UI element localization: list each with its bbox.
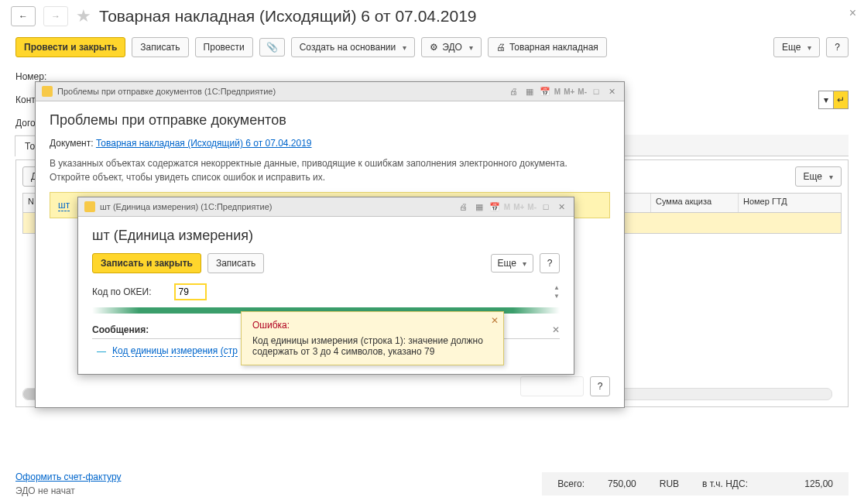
post-button[interactable]: Провести <box>195 37 253 57</box>
nav-forward-button[interactable]: → <box>43 6 68 26</box>
dialog-help-button[interactable]: ? <box>590 376 610 396</box>
col-sum-akciz: Сумма акциза <box>651 194 739 212</box>
favorite-star-icon[interactable]: ★ <box>76 6 91 26</box>
unit-more-button[interactable]: Еще <box>491 254 533 273</box>
document-link[interactable]: Товарная накладная (Исходящий) 6 от 07.0… <box>96 138 312 149</box>
printer-icon: 🖨 <box>496 42 506 53</box>
print-tn-button[interactable]: 🖨Товарная накладная <box>488 37 607 57</box>
maximize-icon[interactable]: □ <box>540 201 552 213</box>
app-logo-icon <box>42 86 53 97</box>
dialog-title: Проблемы при отправке документов (1С:Пре… <box>57 87 276 96</box>
dialog-heading: Проблемы при отправке документов <box>50 112 610 129</box>
attach-icon-button[interactable]: 📎 <box>259 38 285 57</box>
create-basis-button[interactable]: Создать на основании <box>291 37 416 57</box>
create-invoice-link[interactable]: Оформить счет-фактуру <box>15 471 121 482</box>
error-tooltip: ✕ Ошибка: Код единицы измерения (строка … <box>241 311 504 365</box>
nav-back-button[interactable]: ← <box>11 6 36 26</box>
print-icon[interactable]: 🖨 <box>458 201 470 213</box>
window-close-button[interactable]: × <box>849 6 856 20</box>
doc-label: Документ: <box>50 138 94 149</box>
okei-input[interactable] <box>175 284 206 300</box>
post-and-close-button[interactable]: Провести и закрыть <box>15 37 125 57</box>
col-num-gtd: Номер ГТД <box>739 194 841 212</box>
edo-button[interactable]: ⚙ЭДО <box>421 37 482 57</box>
unit-save-button[interactable]: Записать <box>207 253 264 273</box>
m-minus-button[interactable]: M- <box>578 87 587 96</box>
tooltip-heading: Ошибка: <box>252 320 492 331</box>
okei-label: Код по ОКЕИ: <box>92 286 152 297</box>
tooltip-close-icon[interactable]: ✕ <box>491 315 499 326</box>
m-minus-button[interactable]: M- <box>527 203 537 211</box>
sub-more-button[interactable]: Еще <box>795 166 842 187</box>
calendar-icon[interactable]: 📅 <box>489 201 501 213</box>
info-text-2: Откройте объект, чтобы увидеть список ош… <box>50 172 325 183</box>
m-plus-button[interactable]: M+ <box>513 203 524 211</box>
m-button[interactable]: M <box>504 203 510 211</box>
number-label: Номер: <box>15 71 70 82</box>
help-button[interactable]: ? <box>826 37 849 57</box>
more-button[interactable]: Еще <box>773 37 820 57</box>
messages-heading: Сообщения: <box>92 324 149 335</box>
close-icon[interactable]: ✕ <box>555 201 567 213</box>
info-text-1: В указанных объектах содержатся некоррек… <box>50 158 567 169</box>
error-message-link[interactable]: Код единицы измерения (стр <box>112 345 238 357</box>
error-item-link[interactable]: шт <box>58 200 70 211</box>
messages-close-icon[interactable]: ✕ <box>552 324 560 335</box>
edo-status-label: ЭДО не начат <box>15 485 121 496</box>
calc-icon[interactable]: ▦ <box>473 201 485 213</box>
print-icon[interactable]: 🖨 <box>508 85 520 98</box>
dash-icon: — <box>97 346 106 357</box>
calc-icon[interactable]: ▦ <box>523 85 536 98</box>
m-plus-button[interactable]: M+ <box>564 87 574 96</box>
totals-bar: Всего: 750,00 RUB в т.ч. НДС: 125,00 <box>542 472 849 495</box>
calendar-icon[interactable]: 📅 <box>539 85 551 98</box>
m-button[interactable]: M <box>554 87 561 96</box>
dialog2-title: шт (Единица измерения) (1С:Предприятие) <box>100 202 272 211</box>
save-button[interactable]: Записать <box>132 37 188 57</box>
unit-save-close-button[interactable]: Записать и закрыть <box>92 253 201 273</box>
stepper-down-icon[interactable]: ▼ <box>554 293 560 300</box>
dialog-cancel-button[interactable] <box>520 376 584 396</box>
dialog2-heading: шт (Единица измерения) <box>92 228 560 244</box>
app-logo-icon <box>84 201 95 212</box>
field-actions[interactable]: ▾↵ <box>818 91 849 109</box>
close-icon[interactable]: ✕ <box>605 85 618 98</box>
stepper-up-icon[interactable]: ▲ <box>554 284 560 291</box>
gear-icon: ⚙ <box>430 42 438 53</box>
unit-help-button[interactable]: ? <box>540 253 560 273</box>
tooltip-body: Код единицы измерения (строка 1): значен… <box>252 335 492 357</box>
page-title: Товарная накладная (Исходящий) 6 от 07.0… <box>99 7 477 26</box>
maximize-icon[interactable]: □ <box>590 85 602 98</box>
dialog-unit: шт (Единица измерения) (1С:Предприятие) … <box>77 197 574 375</box>
